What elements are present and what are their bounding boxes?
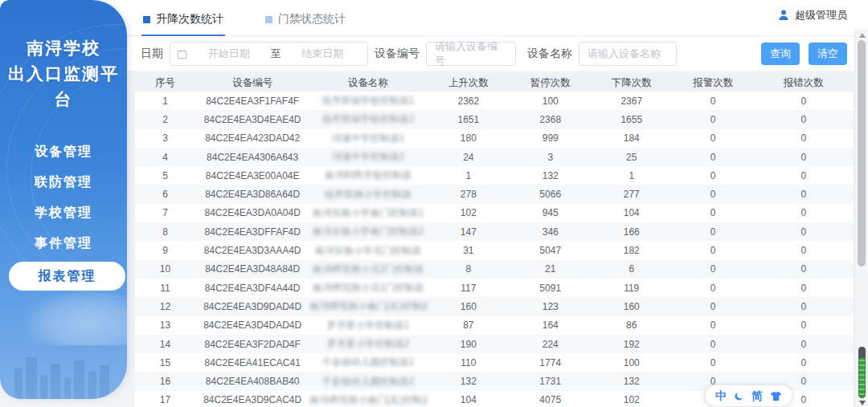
cell-up-count: 1 (427, 170, 510, 181)
cell-device-name: 南浔实验小学南门控制器1 (309, 206, 427, 220)
cell-device-no: 84C2E4EA3D9DAD4D (195, 301, 309, 312)
cell-device-no: 84C2E4EA3F1FAF4F (195, 96, 309, 107)
tab-0[interactable]: 升降次数统计 (141, 12, 225, 36)
user-info[interactable]: 超级管理员 (777, 8, 847, 22)
cell-error-count: 0 (754, 114, 854, 125)
cell-up-count: 180 (427, 132, 510, 144)
chinese-lang-icon[interactable]: 中 (715, 390, 727, 401)
cell-index: 2 (135, 114, 195, 125)
cell-device-name: 千金镇幼儿园控制器2 (309, 375, 427, 389)
cell-index: 15 (135, 357, 195, 368)
search-button[interactable]: 查询 (761, 43, 800, 65)
cell-index: 1 (135, 96, 195, 107)
sidebar-item-1[interactable]: 联防管理 (0, 170, 127, 194)
app-title: 南浔学校 出入口监测平台 (0, 35, 127, 112)
cell-alarm-count: 0 (673, 339, 754, 350)
cell-alarm-count: 0 (673, 189, 754, 200)
app-title-line2: 出入口监测平台 (0, 61, 127, 112)
table-row: 1084C2E4EA3D48A84D南浔师范附小北2门控制器821600 (135, 260, 854, 279)
cell-up-count: 160 (427, 301, 510, 312)
table-row: 384C2E4EA423DAD42浔溪中学控制器118099918400 (135, 129, 854, 148)
user-name: 超级管理员 (795, 8, 847, 22)
cell-alarm-count: 0 (673, 245, 754, 256)
simplified-chinese-icon[interactable]: 简 (751, 390, 763, 401)
cell-device-no: 84C2E4EA41ECAC41 (195, 357, 309, 368)
sidebar: 南浔学校 出入口监测平台 设备管理联防管理学校管理事件管理报表管理 (0, 0, 127, 399)
sidebar-item-2[interactable]: 学校管理 (0, 201, 127, 225)
cell-down-count: 1655 (591, 114, 673, 125)
tab-label: 门禁状态统计 (278, 12, 346, 26)
table-row: 1284C2E4EA3D9DAD4D南浔师范附小南门(右)控制器11601231… (135, 297, 854, 315)
end-date-placeholder[interactable]: 结束日期 (285, 47, 362, 61)
cell-alarm-count: 0 (673, 96, 754, 107)
cell-down-count: 104 (591, 207, 673, 218)
cell-up-count: 31 (427, 245, 510, 256)
cell-device-no: 84C2E4EA3DF4A44D (195, 283, 309, 294)
table-row: 1384C2E4EA3D4DAD4D罗开富小学控制器1871648600 (135, 316, 854, 335)
cell-up-count: 132 (427, 376, 510, 387)
tab-bullet-icon (143, 16, 150, 23)
cell-pause-count: 3 (510, 152, 591, 163)
moon-icon[interactable] (734, 391, 744, 401)
device-no-label: 设备编号 (375, 47, 420, 61)
cell-up-count: 278 (427, 189, 510, 200)
sidebar-item-0[interactable]: 设备管理 (0, 140, 127, 164)
cell-alarm-count: 0 (673, 132, 754, 144)
cell-error-count: 0 (754, 301, 854, 312)
cell-device-no: 84C2E4EA3D3AAA4D (195, 245, 309, 256)
cell-down-count: 132 (591, 376, 673, 387)
calendar-icon (177, 49, 187, 59)
table-header-row: 序号设备编号设备名称上升次数暂停次数下降次数报警次数报错次数 (135, 74, 854, 92)
table-row: 1584C2E4EA41ECAC41千金镇幼儿园控制器1110177410000 (135, 353, 854, 372)
cell-pause-count: 1731 (510, 376, 591, 387)
table-row: 884C2E4EA3DFFAF4D南浔实验小学南门控制器214734616600 (135, 222, 854, 241)
filter-buttons: 查询 清空 (761, 43, 847, 65)
cell-up-count: 87 (427, 319, 510, 331)
cell-alarm-count: 0 (673, 152, 754, 163)
cell-down-count: 25 (591, 152, 673, 163)
cell-device-no: 84C2E4EA408BAB40 (195, 376, 309, 387)
sidebar-item-4[interactable]: 报表管理 (9, 262, 125, 291)
scrollbar-thumb[interactable] (858, 40, 866, 267)
scroll-down-arrow-icon[interactable] (859, 401, 866, 405)
cell-down-count: 86 (591, 319, 673, 331)
cell-device-name: 南浔师范附小南门(左)控制器2 (309, 393, 427, 407)
filter-bar: 日期 开始日期 至 结束日期 设备编号 请输入设备编号 设备名称 请输入设备名称… (127, 37, 868, 71)
table-row: 1184C2E4EA3DF4A44D南浔师范附小北1门控制器1175091119… (135, 279, 854, 297)
vertical-scrollbar[interactable] (854, 29, 868, 407)
cell-alarm-count: 0 (673, 207, 754, 218)
column-header-1: 设备编号 (195, 76, 309, 90)
cell-up-count: 102 (427, 207, 510, 218)
translate-widget: 中 简 (706, 385, 792, 406)
table-row: 1484C2E4EA3F2DAD4F罗开富小学控制器219022419200 (135, 335, 854, 353)
device-name-input[interactable]: 请输入设备名称 (579, 42, 677, 66)
table-row: 584C2E4EA3E00A04E南浔利民学校控制器1132100 (135, 166, 854, 185)
date-range-picker[interactable]: 开始日期 至 结束日期 (170, 42, 368, 66)
cell-pause-count: 999 (510, 132, 591, 144)
date-label: 日期 (141, 47, 163, 61)
cell-device-name: 练市双福学校控制器1 (309, 94, 427, 108)
clear-button[interactable]: 清空 (809, 43, 847, 65)
tab-1[interactable]: 门禁状态统计 (264, 12, 347, 36)
shirt-icon[interactable] (770, 391, 782, 401)
sidebar-item-3[interactable]: 事件管理 (0, 231, 127, 255)
table-row: 784C2E4EA3DA0A04D南浔实验小学南门控制器110294510400 (135, 204, 854, 222)
cell-up-count: 8 (427, 263, 510, 275)
cell-pause-count: 4075 (510, 394, 591, 405)
cell-pause-count: 2368 (510, 114, 591, 125)
cell-down-count: 160 (591, 301, 673, 312)
column-header-5: 下降次数 (591, 76, 673, 90)
app-window: 南浔学校 出入口监测平台 设备管理联防管理学校管理事件管理报表管理 超级管理员 … (0, 0, 868, 407)
scroll-up-arrow-icon[interactable] (859, 33, 866, 38)
device-no-input[interactable]: 请输入设备编号 (426, 42, 516, 66)
cell-index: 14 (135, 339, 195, 350)
cell-up-count: 147 (427, 226, 510, 238)
cell-device-name: 浔溪中学控制器1 (309, 132, 427, 145)
column-header-7: 报错次数 (754, 76, 854, 90)
column-header-0: 序号 (135, 76, 195, 90)
cell-index: 4 (135, 152, 195, 163)
cell-device-no: 84C2E4EA423DAD42 (195, 132, 309, 144)
start-date-placeholder[interactable]: 开始日期 (190, 47, 268, 61)
cell-index: 9 (135, 245, 195, 256)
cell-index: 10 (135, 263, 195, 275)
